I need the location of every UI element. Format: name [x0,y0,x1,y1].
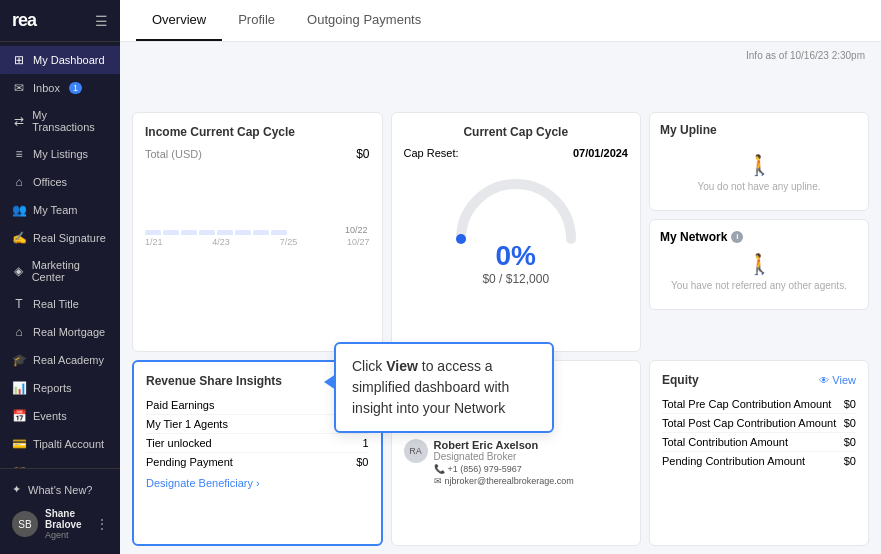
sidebar-label-academy: Real Academy [33,354,104,366]
whats-new-item[interactable]: ✦ What's New? [12,477,108,502]
upline-empty: 🚶 You do not have any upline. [660,145,858,200]
user-role: Agent [45,530,89,540]
sidebar-label-offices: Offices [33,176,67,188]
chart-bar [253,230,269,235]
menu-icon[interactable]: ☰ [95,13,108,29]
equity-val: $0 [844,417,856,429]
broker-contact: 📞 +1 (856) 979-5967 ✉ njbroker@therealbr… [434,464,574,486]
chart-label: 4/23 [212,237,230,247]
sidebar-item-signature[interactable]: ✍ Real Signature [0,224,120,252]
user-name: Shane Bralove [45,508,89,530]
more-icon[interactable]: ⋮ [96,517,108,531]
sidebar-item-offices[interactable]: ⌂ Offices [0,168,120,196]
tooltip-box: Click View to access a simplified dashbo… [334,342,554,433]
network-empty: 🚶 You have not referred any other agents… [660,244,858,299]
chart-bar [181,230,197,235]
broker-phone-line: 📞 +1 (856) 979-5967 [434,464,574,474]
network-title: My Network i [660,230,858,244]
sidebar-item-team[interactable]: 👥 My Team [0,196,120,224]
sidebar-item-events[interactable]: 📅 Events [0,402,120,430]
tab-outgoing-payments[interactable]: Outgoing Payments [291,0,437,41]
info-icon[interactable]: i [731,231,743,243]
transactions-icon: ⇄ [12,114,25,128]
sidebar-item-academy[interactable]: 🎓 Real Academy [0,346,120,374]
equity-view[interactable]: 👁 View [819,374,856,386]
current-cap-card: Current Cap Cycle Cap Reset: 07/01/2024 … [391,112,642,353]
sidebar-label-dashboard: My Dashboard [33,54,105,66]
equity-row: Total Post Cap Contribution Amount $0 [662,414,856,433]
tipalti-icon: 💳 [12,437,26,451]
listings-icon: ≡ [12,147,26,161]
network-person-icon: 🚶 [660,252,858,276]
sidebar-item-marketing[interactable]: ◈ Marketing Center [0,252,120,290]
cap-reset-date: 07/01/2024 [573,147,628,159]
badge-inbox: 1 [69,82,82,94]
chart-bar [145,230,161,235]
income-cap-card: Income Current Cap Cycle Total (USD) $0 … [132,112,383,353]
gauge-svg [446,167,586,247]
sidebar-label-reports: Reports [33,382,72,394]
sidebar-label-title: Real Title [33,298,79,310]
revenue-insights-card: Revenue Share Insights 👁 View Paid Earni… [132,360,383,546]
whats-new-label: What's New? [28,484,92,496]
broker-email-line: ✉ njbroker@therealbrokerage.com [434,476,574,486]
chart-bar [271,230,287,235]
sidebar-label-listings: My Listings [33,148,88,160]
sidebar-item-title[interactable]: T Real Title [0,290,120,318]
equity-header: Equity 👁 View [662,373,856,387]
revenue-insights-title: Revenue Share Insights [146,374,282,388]
equity-label: Total Post Cap Contribution Amount [662,417,836,429]
sidebar-item-inbox[interactable]: ✉ Inbox 1 [0,74,120,102]
latest-label: 10/22 [345,225,368,235]
sidebar-item-dashboard[interactable]: ⊞ My Dashboard [0,46,120,74]
income-chart: 10/22 [145,165,370,235]
inbox-icon: ✉ [12,81,26,95]
paid-earnings-label: Paid Earnings [146,399,215,411]
sidebar-item-resources[interactable]: 📁 Resources › [0,458,120,468]
signature-icon: ✍ [12,231,26,245]
dashboard-icon: ⊞ [12,53,26,67]
email-icon: ✉ [434,476,442,486]
sidebar-item-mortgage[interactable]: ⌂ Real Mortgage [0,318,120,346]
sidebar-item-tipalti[interactable]: 💳 Tipalti Account [0,430,120,458]
cap-reset-label: Cap Reset: [404,147,459,159]
upline-card: My Upline 🚶 You do not have any upline. [649,112,869,211]
equity-label: Total Contribution Amount [662,436,788,448]
team-icon: 👥 [12,203,26,217]
sidebar-label-mortgage: Real Mortgage [33,326,105,338]
tier1-label: My Tier 1 Agents [146,418,228,430]
chart-label: 10/27 [347,237,370,247]
sidebar-logo: rea ☰ [0,0,120,42]
designate-beneficiary-link[interactable]: Designate Beneficiary › [146,477,369,489]
broker-email: njbroker@therealbrokerage.com [445,476,574,486]
equity-row: Total Pre Cap Contribution Amount $0 [662,395,856,414]
tier-unlocked-value: 1 [362,437,368,449]
tab-profile[interactable]: Profile [222,0,291,41]
sidebar-user: SB Shane Bralove Agent ⋮ [12,502,108,546]
broker-name: Robert Eric Axelson [434,439,574,451]
offices-icon: ⌂ [12,175,26,189]
events-icon: 📅 [12,409,26,423]
sidebar-item-listings[interactable]: ≡ My Listings [0,140,120,168]
avatar: SB [12,511,38,537]
person-icon: 🚶 [660,153,858,177]
chart-bar [217,230,233,235]
tab-overview[interactable]: Overview [136,0,222,41]
star-icon: ✦ [12,483,21,496]
marketing-icon: ◈ [12,264,25,278]
mortgage-icon: ⌂ [12,325,26,339]
broker-title-text: Designated Broker [434,451,574,462]
tabs-header: Overview Profile Outgoing Payments [120,0,881,42]
equity-val: $0 [844,455,856,467]
tooltip-text: Click View to access a simplified dashbo… [352,358,509,416]
phone-icon: 📞 [434,464,445,474]
chart-bar [235,230,251,235]
sidebar-item-transactions[interactable]: ⇄ My Transactions [0,102,120,140]
cap-amount: $0 / $12,000 [404,272,629,286]
cap-card-title: Current Cap Cycle [404,125,629,139]
sidebar: rea ☰ ⊞ My Dashboard ✉ Inbox 1 ⇄ My Tran… [0,0,120,554]
income-subtitle: Total (USD) [145,148,202,160]
tier-unlocked-row: Tier unlocked 1 [146,434,369,453]
sidebar-item-reports[interactable]: 📊 Reports [0,374,120,402]
equity-card: Equity 👁 View Total Pre Cap Contribution… [649,360,869,546]
